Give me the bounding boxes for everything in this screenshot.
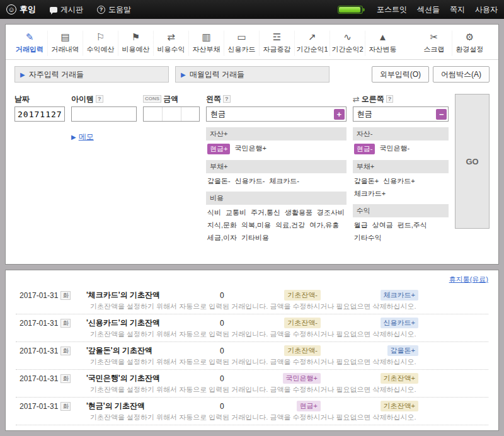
swap-accounts-icon[interactable]: ⇄ [353,95,360,104]
item-label: 아이템 [71,94,94,105]
note-link[interactable]: 쪽지 [450,4,465,15]
right-account-select[interactable]: 현금 − [353,106,449,122]
account-item[interactable]: 지식,문화 [207,221,237,230]
account-item[interactable]: 의복,미용 [241,221,271,230]
left-account-tag[interactable]: 국민은행+ [283,373,321,384]
left-account-select[interactable]: 현금 + [206,106,346,122]
board-link[interactable]: 게시판 [50,4,83,15]
tab-expense-income[interactable]: ⇄ 비용수익 [153,31,188,55]
transaction-amount: 0 [220,402,239,411]
left-debt-section: 부채+ 갚을돈- 신용카드- 체크카드- [206,160,346,186]
memo-link[interactable]: ▶ 메모 [71,132,137,142]
left-account-tag[interactable]: 기초잔액- [284,318,321,328]
postit-link[interactable]: 포스트잇 [377,4,407,15]
tab-credit-card[interactable]: ▭ 신용카드 [224,31,259,55]
left-debt-header[interactable]: 부채+ [206,160,346,173]
help-link[interactable]: ? 도움말 [97,4,131,15]
account-item[interactable]: 국민은행- [379,144,410,154]
go-button[interactable]: GO [455,94,490,229]
tab-cash-flow[interactable]: ☲ 자금증감 [259,31,294,55]
tab-settings[interactable]: ⚙ 환경설정 [452,31,487,55]
left-account-column: 왼쪽 ? 현금 + 자산+ 현금+ 국민은행+ 부채+ 갚을돈- 신용카드- 체… [206,94,346,243]
external-input-button[interactable]: 외부입력(O) [372,66,429,83]
account-item[interactable]: 생활용품 [285,208,312,217]
trash-link[interactable]: 휴지통(유료) [449,275,488,283]
account-item[interactable]: 체크카드+ [354,189,386,198]
account-item[interactable]: 여가,유흥 [309,221,339,230]
account-item[interactable]: 월급 [354,221,368,230]
user-link[interactable]: 사용자 [475,4,498,15]
account-item[interactable]: 상여금 [372,221,393,230]
right-account-tag[interactable]: 신용카드+ [381,318,418,328]
account-item[interactable]: 경조사비 [317,208,345,217]
brand[interactable]: ☺ 후잉 [6,4,36,15]
date-input[interactable] [14,106,65,122]
transaction-row[interactable]: 2017-01-31 화 '현금'의 기초잔액 0 현금+ 기초잔액+ 기초잔액… [16,398,488,425]
right-account-tag[interactable]: 체크카드+ [381,290,418,301]
account-item[interactable]: 식비 [207,208,221,217]
account-item[interactable]: 의료,건강 [275,221,305,230]
left-account-tag[interactable]: 기초잔액- [284,290,321,301]
tab-period-profit-1[interactable]: ↗ 기간순익1 [294,31,329,55]
right-income-header[interactable]: 수익 [353,204,449,217]
right-debt-section: 부채+ 갚을돈+ 신용카드+ 체크카드+ [353,160,449,198]
account-item[interactable]: 주거,통신 [251,208,280,217]
awesome-box-button[interactable]: 어썸박스(A) [433,66,490,83]
account-item[interactable]: 국민은행+ [234,144,266,154]
date-text: 2017-01-31 [20,347,58,355]
right-account-tag[interactable]: 기초잔액+ [381,373,418,384]
account-item[interactable]: 교통비 [226,208,246,217]
account-item[interactable]: 현금- [354,144,375,154]
account-item[interactable]: 체크카드- [269,176,299,186]
amount-input[interactable] [143,106,200,122]
transaction-amount: 0 [220,347,239,355]
account-item[interactable]: 신용카드- [235,176,265,186]
sections-link[interactable]: 섹션들 [417,4,440,15]
account-item[interactable]: 세금,이자 [207,233,237,243]
monthly-transactions-button[interactable]: ▶ 매월입력 거래들 [175,66,329,83]
tab-income-budget[interactable]: ⚐ 수익예산 [83,31,118,55]
day-badge: 화 [60,374,71,383]
transaction-title: '신용카드'의 기초잔액 [86,318,220,328]
right-debt-header[interactable]: 부채+ [353,160,449,173]
battery-fill [339,7,360,13]
item-help-icon[interactable]: ? [96,95,103,103]
tab-scrap[interactable]: ✂ 스크랩 [416,31,452,55]
account-item[interactable]: 갚을돈+ [354,176,379,186]
transaction-amount: 0 [220,319,239,328]
tab-transaction-history[interactable]: ▤ 거래내역 [47,31,83,55]
account-item[interactable]: 펀드,주식 [398,221,427,230]
tab-transaction-input[interactable]: ✎ 거래입력 [12,31,47,55]
right-asset-header[interactable]: 자산- [353,127,449,141]
item-input[interactable] [71,106,137,122]
transaction-form: 날짜 아이템 ? ▶ 메모 CONS 금액 왼쪽 ? [6,88,498,243]
account-item[interactable]: 신용카드+ [383,176,415,186]
tab-expense-budget[interactable]: ⚑ 비용예산 [118,31,153,55]
left-account-tag[interactable]: 기초잔액- [284,345,321,356]
account-item[interactable]: 기타비용 [241,233,269,243]
left-help-icon[interactable]: ? [223,95,231,103]
account-item[interactable]: 현금+ [207,144,230,154]
left-asset-section: 자산+ 현금+ 국민은행+ [206,127,346,154]
left-account-tag[interactable]: 현금+ [297,401,321,411]
cons-toggle[interactable]: CONS [143,95,161,103]
left-asset-header[interactable]: 자산+ [206,127,346,141]
frequent-transactions-button[interactable]: ▶ 자주입력 거래들 [14,66,169,83]
tab-asset-change[interactable]: ▲ 자산변동 [365,31,400,55]
tab-period-profit-2[interactable]: ∿ 기간순익2 [329,31,365,55]
right-account-tag[interactable]: 기초잔액+ [381,401,418,411]
left-expense-header[interactable]: 비용 [206,192,346,205]
right-account-tag[interactable]: 갚을돈+ [387,345,418,356]
left-add-button[interactable]: + [334,109,345,120]
account-item[interactable]: 기타수익 [354,233,382,243]
account-item[interactable]: 갚을돈- [207,176,231,186]
transaction-row[interactable]: 2017-01-31 화 '체크카드'의 기초잔액 0 기초잔액- 체크카드+ … [16,287,488,314]
battery-gauge[interactable] [338,6,363,14]
right-help-icon[interactable]: ? [386,95,394,103]
transaction-row[interactable]: 2017-01-31 화 '갚을돈'의 기초잔액 0 기초잔액- 갚을돈+ 기초… [16,342,488,370]
trash-row: 휴지통(유료) [16,270,488,287]
right-remove-button[interactable]: − [436,109,447,120]
tab-assets-liabilities[interactable]: ▥ 자산부채 [188,31,224,55]
transaction-row[interactable]: 2017-01-31 화 '국민은행'의 기초잔액 0 국민은행+ 기초잔액+ … [16,370,488,398]
transaction-row[interactable]: 2017-01-31 화 '신용카드'의 기초잔액 0 기초잔액- 신용카드+ … [16,314,488,342]
